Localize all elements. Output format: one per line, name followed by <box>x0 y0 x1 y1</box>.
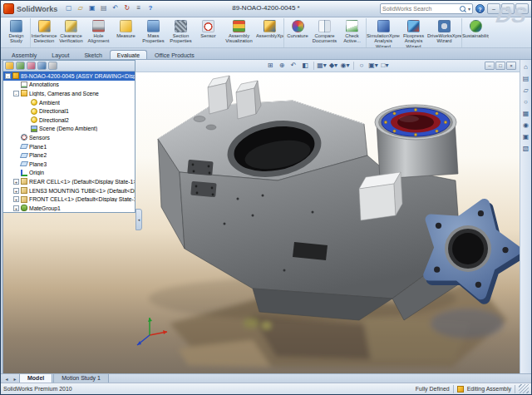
expander-icon[interactable] <box>23 100 29 106</box>
expander-icon[interactable]: - <box>13 91 19 96</box>
tab-sketch[interactable]: Sketch <box>76 50 109 59</box>
previous-view-icon[interactable]: ↶ <box>288 61 299 71</box>
featuremanager-tree-icon[interactable] <box>5 62 14 70</box>
tree-item[interactable]: + FRONT CELL<1> (Default<Display State-1… <box>3 195 135 204</box>
apply-scene-icon[interactable]: ▣▾ <box>368 61 379 71</box>
custom-properties-icon[interactable]: ▧ <box>521 144 531 154</box>
ribbon-button[interactable]: Section Properties <box>167 18 195 47</box>
expander-icon[interactable] <box>23 126 29 131</box>
scene-illumination-icon[interactable]: ▣ <box>521 132 531 142</box>
ribbon-button[interactable]: Sensor <box>195 18 222 47</box>
resize-grip[interactable] <box>519 384 529 393</box>
ribbon-button[interactable]: Compare Documents <box>311 18 338 47</box>
doc-restore-button[interactable]: □ <box>495 62 505 70</box>
minimize-button[interactable]: – <box>487 3 500 14</box>
view-orientation-icon[interactable]: ▦▾ <box>317 61 328 71</box>
ribbon-button[interactable]: Interference Detection <box>30 18 57 47</box>
print-icon[interactable]: ▤ <box>98 3 109 14</box>
ribbon-button-label: Sensor <box>195 33 222 38</box>
open-icon[interactable]: ▱ <box>75 3 86 14</box>
rebuild-icon[interactable]: ↻ <box>121 3 132 14</box>
ribbon-button[interactable]: Design Study <box>2 18 30 47</box>
ribbon-button[interactable]: Measure <box>112 18 140 47</box>
ribbon-button[interactable]: DriveWorksXpress Wizard <box>427 18 461 47</box>
expander-icon[interactable]: + <box>13 205 19 211</box>
tree-item[interactable]: - 89-NOAO-4200-0045 (ASSY DRAWING<Displa… <box>3 72 135 81</box>
ribbon-button[interactable]: Floxpress Analysis Wizard <box>400 18 427 47</box>
tree-item[interactable]: Directional1 <box>3 106 135 116</box>
tab-layout[interactable]: Layout <box>44 50 76 59</box>
ribbon-button[interactable]: Sustainability <box>461 18 489 47</box>
ribbon-button[interactable]: Assembly Visualization <box>222 18 256 47</box>
zoom-fit-icon[interactable]: ⊞ <box>265 61 276 71</box>
zoom-area-icon[interactable]: ⊕ <box>277 61 288 71</box>
sep2[interactable] <box>353 62 354 70</box>
expander-icon[interactable] <box>13 170 19 175</box>
tree-item[interactable]: - Lights, Cameras and Scene <box>3 89 135 98</box>
expander-icon[interactable] <box>13 152 19 158</box>
search-box[interactable]: ▾ <box>380 3 473 14</box>
tree-item[interactable]: Directional2 <box>3 116 135 125</box>
displaymanager-icon[interactable] <box>48 62 57 70</box>
tree-item[interactable]: Plane3 <box>3 160 135 169</box>
section-view-icon[interactable]: ◧ <box>300 61 311 71</box>
tree-item[interactable]: Origin <box>3 169 135 178</box>
options-icon[interactable]: ≡ <box>133 3 144 14</box>
expander-icon[interactable]: + <box>13 179 19 185</box>
edit-appearance-icon[interactable]: ○ <box>357 61 367 71</box>
dimxpertmanager-icon[interactable] <box>37 62 47 70</box>
expander-icon[interactable] <box>13 161 19 167</box>
view-settings-icon[interactable]: □▾ <box>380 61 391 71</box>
tree-item[interactable]: + LENS3 MOUNTING TUBE<1> (Default<Displa… <box>3 186 135 195</box>
tree-item[interactable]: Sensors <box>3 133 135 142</box>
ribbon-button[interactable]: Mass Properties <box>140 18 167 47</box>
view-palette-icon[interactable]: ▦ <box>521 109 531 119</box>
file-explorer-icon[interactable]: ▱ <box>521 86 531 96</box>
search-dropdown-icon[interactable]: ▾ <box>468 6 470 12</box>
ribbon-button[interactable]: SimulationXpress Analysis Wizard <box>366 18 400 47</box>
propertymanager-icon[interactable] <box>16 62 25 70</box>
expander-icon[interactable] <box>23 117 29 123</box>
expander-icon[interactable]: + <box>13 196 19 202</box>
panel-collapse-handle[interactable]: ◂ <box>135 209 142 230</box>
search-input[interactable] <box>382 6 458 12</box>
expander-icon[interactable] <box>13 144 19 150</box>
undo-icon[interactable]: ↶ <box>110 3 121 14</box>
tab-office-products[interactable]: Office Products <box>147 50 202 59</box>
new-document-icon[interactable]: ▢ <box>63 3 74 14</box>
save-icon[interactable]: ▣ <box>86 3 97 14</box>
tree-item[interactable]: Ambient <box>3 98 135 107</box>
ribbon-button[interactable]: Clearance Verification <box>57 18 85 47</box>
expander-icon[interactable]: - <box>5 73 11 79</box>
tab-assembly[interactable]: Assembly <box>4 50 44 59</box>
tree-item[interactable]: Scene (Demo Ambient) <box>3 125 135 134</box>
configurationmanager-icon[interactable] <box>27 62 36 70</box>
close-button[interactable]: × <box>515 3 529 14</box>
tree-item[interactable]: + MateGroup1 <box>3 204 135 213</box>
tab-evaluate[interactable]: Evaluate <box>110 50 147 59</box>
search-icon[interactable]: ○ <box>521 97 531 107</box>
maximize-button[interactable]: □ <box>501 3 515 14</box>
expander-icon[interactable] <box>23 108 29 114</box>
tree-item[interactable]: Annotations <box>3 81 135 90</box>
sep1[interactable] <box>313 62 314 70</box>
ribbon-button[interactable]: Hole Alignment <box>85 18 112 47</box>
expander-icon[interactable]: + <box>13 188 19 194</box>
doc-close-button[interactable]: × <box>506 62 516 70</box>
appearances-icon[interactable]: ◉ <box>521 121 531 131</box>
hide-show-items-icon[interactable]: ◉▾ <box>340 61 351 71</box>
ribbon-button[interactable]: AssemblyXpert <box>256 18 283 47</box>
help-button[interactable]: ? <box>475 4 485 13</box>
tree-item[interactable]: + REAR CELL<1> (Default<Display State-1>… <box>3 177 135 186</box>
ribbon-button[interactable]: Check Active... <box>338 18 366 47</box>
display-style-icon[interactable]: ◆▾ <box>328 61 339 71</box>
tree-item[interactable]: Plane2 <box>3 151 135 160</box>
tree-item[interactable]: Plane1 <box>3 142 135 151</box>
expander-icon[interactable] <box>13 81 19 87</box>
design-library-icon[interactable]: ▤ <box>521 74 531 84</box>
help-icon[interactable]: ? <box>145 3 155 14</box>
doc-minimize-button[interactable]: – <box>485 62 495 70</box>
ribbon-button[interactable]: Curvature <box>283 18 311 47</box>
solidworks-resources-icon[interactable]: ⌂ <box>521 62 531 72</box>
expander-icon[interactable] <box>13 135 19 141</box>
